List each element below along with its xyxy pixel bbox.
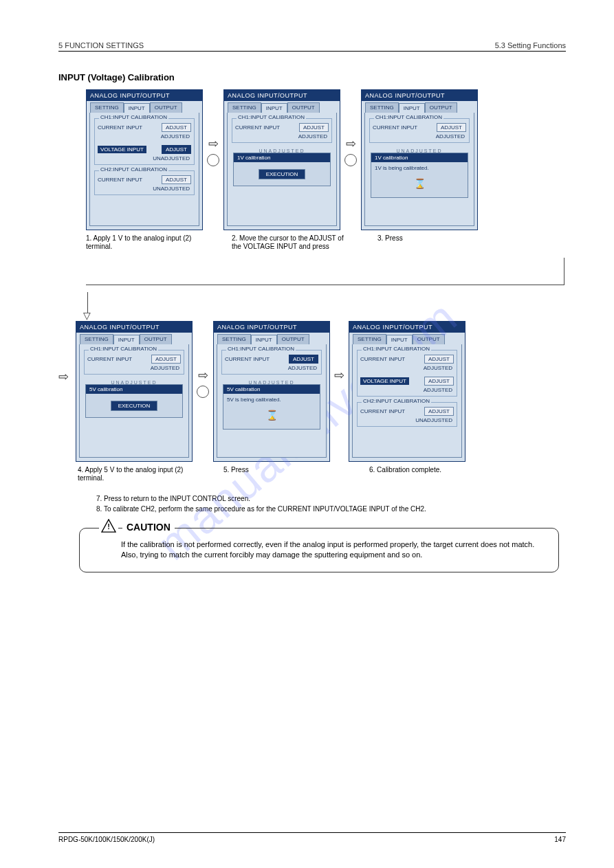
header-section: 5.3 Setting Functions (495, 41, 566, 49)
label-current: CURRENT INPUT (87, 356, 132, 362)
step-circle-icon (344, 154, 357, 166)
window-title: ANALOG INPUT/OUTPUT (214, 322, 329, 333)
group-ch1: CH1:INPUT CALIBRATION (99, 114, 168, 120)
popup-title: 1V calibration (237, 155, 270, 161)
popup-1v-running: 1V calibration 1V is being calibrated. ⌛ (371, 153, 468, 198)
popup-message: 5V is being calibrated. (223, 394, 320, 410)
adjust-button[interactable]: ADJUST (162, 123, 191, 132)
window-title: ANALOG INPUT/OUTPUT (349, 322, 465, 333)
arrow-down-icon: ▽ (83, 310, 566, 321)
status-unadjusted: UNADJUSTED (98, 155, 191, 162)
popup-title: 5V calibration (89, 386, 122, 392)
step-7-text: 7. Press to return to the INPUT CONTROL … (96, 495, 566, 502)
label-current: CURRENT INPUT (360, 356, 405, 362)
window-title: ANALOG INPUT/OUTPUT (87, 90, 202, 101)
step-5-text: 5. Press (223, 466, 340, 474)
header-chapter: 5 FUNCTION SETTINGS (58, 41, 144, 49)
status-adjusted: ADJUSTED (360, 365, 454, 371)
status-adjusted: ADJUSTED (373, 133, 466, 140)
tab-output[interactable]: OUTPUT (277, 334, 309, 344)
tab-output[interactable]: OUTPUT (140, 334, 172, 344)
execution-button[interactable]: EXECUTION (111, 401, 158, 411)
adjust-button[interactable]: ADJUST (424, 377, 454, 386)
status-adjusted: ADJUSTED (98, 133, 191, 140)
execution-button[interactable]: EXECUTION (259, 169, 306, 179)
tab-input[interactable]: INPUT (124, 103, 150, 113)
header-rule (58, 51, 566, 52)
arrow-right-icon: ⇨ (346, 137, 356, 150)
adjust-button[interactable]: ADJUST (299, 123, 329, 132)
tab-input[interactable]: INPUT (386, 335, 413, 345)
section-title: INPUT (Voltage) Calibration (58, 72, 566, 82)
screen-3: ANALOG INPUT/OUTPUT SETTING INPUT OUTPUT… (361, 89, 478, 230)
arrow-right-icon: ⇨ (198, 369, 208, 381)
tab-setting[interactable]: SETTING (80, 334, 113, 344)
group-ch1: CH1:INPUT CALIBRATION (374, 114, 443, 120)
popup-message: 1V is being calibrated. (371, 162, 468, 178)
hourglass-icon: ⌛ (266, 410, 278, 421)
popup-5v: 5V calibration EXECUTION (85, 384, 183, 418)
svg-text:!: ! (107, 522, 110, 531)
group-ch1: CH1:INPUT CALIBRATION (226, 346, 296, 352)
tab-input[interactable]: INPUT (399, 103, 425, 113)
arrow-right-icon: ⇨ (334, 369, 344, 381)
window-title: ANALOG INPUT/OUTPUT (224, 90, 340, 101)
screen-1: ANALOG INPUT/OUTPUT SETTING INPUT OUTPUT… (86, 89, 203, 230)
tab-output[interactable]: OUTPUT (425, 102, 457, 113)
adjust-button[interactable]: ADJUST (437, 123, 466, 132)
screen-2: ANALOG INPUT/OUTPUT SETTING INPUT OUTPUT… (223, 89, 340, 230)
popup-5v-running: 5V calibration 5V is being calibrated. ⌛ (223, 384, 320, 430)
adjust-button[interactable]: ADJUST (424, 407, 454, 416)
group-ch2: CH2:INPUT CALIBRATION (362, 398, 431, 404)
tab-input[interactable]: INPUT (113, 335, 140, 345)
tab-input[interactable]: INPUT (251, 335, 277, 345)
group-ch1: CH1:INPUT CALIBRATION (237, 114, 306, 120)
tab-output[interactable]: OUTPUT (287, 102, 320, 113)
group-ch2: CH2:INPUT CALIBRATION (99, 166, 168, 173)
flow-connector (86, 258, 566, 285)
tab-setting[interactable]: SETTING (90, 102, 124, 113)
footer-page: 147 (554, 836, 566, 843)
status-unadjusted: UNADJUSTED (360, 417, 454, 423)
caution-text: If the calibration is not performed corr… (121, 539, 545, 561)
window-title: ANALOG INPUT/OUTPUT (76, 322, 192, 333)
tab-setting[interactable]: SETTING (353, 334, 386, 344)
screen-4: ANALOG INPUT/OUTPUT SETTING INPUT OUTPUT… (76, 321, 193, 462)
adjust-button[interactable]: ADJUST (151, 355, 181, 364)
tab-setting[interactable]: SETTING (217, 334, 251, 344)
footer-model: RPDG-50K/100K/150K/200K(J) (58, 836, 155, 843)
step-4-text: 4. Apply 5 V to the analog input (2) ter… (78, 466, 195, 482)
status-adjusted: ADJUSTED (225, 365, 318, 371)
hourglass-icon: ⌛ (414, 178, 426, 189)
adjust-button-selected[interactable]: ADJUST (162, 145, 191, 154)
label-voltage-selected: VOLTAGE INPUT (98, 146, 146, 153)
label-voltage-selected: VOLTAGE INPUT (360, 377, 409, 385)
label-current: CURRENT INPUT (98, 124, 142, 131)
tab-output[interactable]: OUTPUT (413, 334, 445, 344)
tab-input[interactable]: INPUT (261, 103, 287, 113)
arrow-right-icon: ⇨ (58, 369, 69, 384)
popup-title: 1V calibration (375, 155, 408, 161)
label-current: CURRENT INPUT (360, 408, 405, 414)
adjust-button-selected[interactable]: ADJUST (289, 355, 318, 364)
screen-5: ANALOG INPUT/OUTPUT SETTING INPUT OUTPUT… (213, 321, 330, 462)
status-adjusted: ADJUSTED (235, 133, 329, 140)
popup-1v: 1V calibration EXECUTION (233, 153, 331, 186)
popup-title: 5V calibration (227, 386, 260, 392)
step-1-text: 1. Apply 1 V to the analog input (2) ter… (86, 234, 203, 251)
screen-6: ANALOG INPUT/OUTPUT SETTING INPUT OUTPUT… (349, 321, 465, 462)
tab-setting[interactable]: SETTING (228, 102, 261, 113)
window-title: ANALOG INPUT/OUTPUT (362, 90, 477, 101)
arrow-right-icon: ⇨ (208, 137, 219, 150)
status-adjusted: ADJUSTED (87, 365, 181, 371)
step-3-text: 3. Press (377, 234, 494, 243)
label-current: CURRENT INPUT (225, 356, 270, 362)
adjust-button[interactable]: ADJUST (424, 355, 454, 364)
adjust-button[interactable]: ADJUST (162, 175, 191, 184)
tab-setting[interactable]: SETTING (365, 102, 399, 113)
tab-output[interactable]: OUTPUT (150, 102, 182, 113)
step-6-text: 6. Calibration complete. (369, 466, 486, 474)
status-unadjusted: UNADJUSTED (98, 186, 191, 192)
group-ch1: CH1:INPUT CALIBRATION (362, 346, 431, 352)
step-2-text: 2. Move the cursor to the ADJUST of the … (232, 234, 349, 251)
